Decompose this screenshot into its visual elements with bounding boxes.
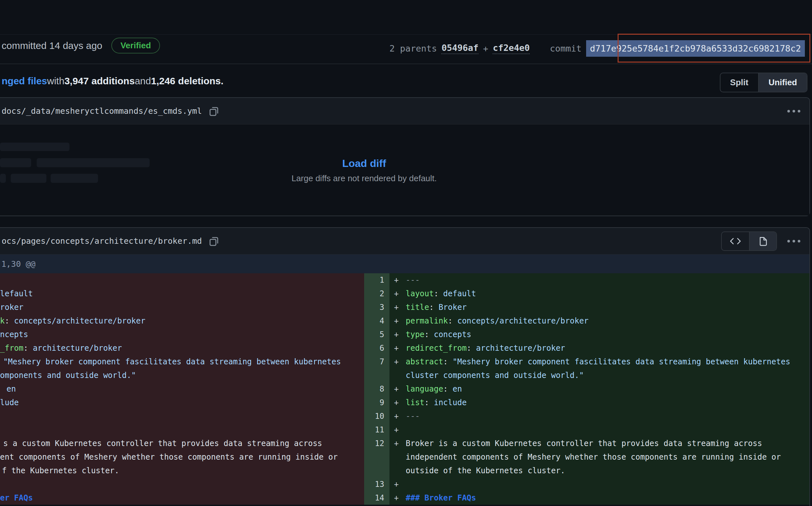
- code-segment: Broker is a custom Kubernetes controller…: [406, 437, 762, 450]
- parents-label: 2 parents: [390, 44, 437, 54]
- code-segment: :: [448, 314, 457, 328]
- diff-marker: +: [390, 382, 406, 396]
- diff-line-right: 14+### Broker FAQs: [364, 491, 809, 505]
- parent-commit-link-2[interactable]: cf2e4e0: [493, 43, 530, 54]
- source-view-button[interactable]: [722, 232, 749, 250]
- stats-additions: 3,947 additions: [64, 76, 135, 87]
- line-number[interactable]: 8: [364, 382, 390, 396]
- diff-stats-row: nged files with 3,947 additions and 1,24…: [0, 65, 812, 97]
- load-diff-link[interactable]: Load diff: [342, 158, 386, 170]
- code-segment: type: [406, 328, 424, 341]
- load-diff-note: Large diffs are not rendered by default.: [0, 173, 728, 183]
- code-segment: Broker: [438, 301, 467, 314]
- parent-commit-link-1[interactable]: 05496af: [442, 43, 478, 54]
- diff-line-right: 1+---: [364, 273, 809, 287]
- line-number[interactable]: 1: [364, 273, 390, 287]
- diff-line-right: 11+: [364, 423, 809, 437]
- line-number[interactable]: 13: [364, 478, 390, 491]
- code-segment: :: [467, 341, 476, 355]
- diff-line-left: "Meshery broker component fascilitates d…: [0, 355, 364, 368]
- code-segment: k: [0, 316, 5, 325]
- diff-marker: +: [390, 437, 406, 450]
- file-options-icon[interactable]: [787, 239, 801, 243]
- code-line: +layout: default: [390, 287, 809, 301]
- diff-marker: [390, 450, 406, 464]
- source-rich-toggle: [721, 232, 777, 251]
- file-path-1[interactable]: docs/_data/mesheryctlcommands/es_cmds.ym…: [2, 106, 202, 116]
- stats-with: with: [47, 76, 64, 87]
- code-segment: ---: [406, 273, 420, 287]
- copy-path-icon[interactable]: [209, 236, 219, 247]
- code-segment: ### Broker FAQs: [406, 491, 476, 505]
- code-line: outside of the Kubernetes cluster.: [390, 464, 809, 478]
- code-segment: :: [424, 328, 434, 341]
- diff-line-left: en: [0, 382, 364, 396]
- diff-marker: [390, 464, 406, 478]
- line-number: [364, 450, 390, 464]
- diff-line-left: _from: architecture/broker: [0, 341, 364, 355]
- code-segment: er FAQs: [0, 493, 33, 502]
- line-number[interactable]: 12: [364, 437, 390, 450]
- code-segment: concepts: [434, 328, 472, 341]
- line-number[interactable]: 10: [364, 409, 390, 423]
- line-number[interactable]: 11: [364, 423, 390, 437]
- code-segment: omponents and outside world.": [0, 371, 136, 380]
- commit-label: commit: [550, 44, 582, 54]
- diff-marker: +: [390, 314, 406, 328]
- diff-line-left: omponents and outside world.": [0, 368, 364, 382]
- code-segment: :: [424, 396, 434, 409]
- copy-path-icon[interactable]: [209, 106, 219, 117]
- code-segment: en: [6, 385, 16, 394]
- diff-line-left: [0, 273, 364, 287]
- rich-view-button[interactable]: [749, 232, 776, 250]
- code-segment: lude: [0, 398, 19, 407]
- line-number[interactable]: 6: [364, 341, 390, 355]
- diff-line-left: ent components of Meshery whether those …: [0, 450, 364, 464]
- code-segment: "Meshery broker component fascilitates d…: [453, 355, 790, 368]
- code-segment: roker: [0, 303, 23, 312]
- stats-deletions: 1,246 deletions.: [151, 76, 223, 87]
- diff-marker: +: [390, 491, 406, 505]
- line-number[interactable]: 9: [364, 396, 390, 409]
- commit-box-top-border: [0, 34, 812, 35]
- diff-line-left: s a custom Kubernetes controller that pr…: [0, 437, 364, 450]
- line-number[interactable]: 3: [364, 301, 390, 314]
- code-segment: layout: [406, 287, 434, 301]
- file-diff-card-2: ocs/pages/concepts/architecture/broker.m…: [0, 227, 810, 506]
- code-segment: _from: [0, 344, 23, 353]
- code-segment: title: [406, 301, 429, 314]
- file-header-2: ocs/pages/concepts/architecture/broker.m…: [0, 228, 809, 254]
- line-number[interactable]: 7: [364, 355, 390, 368]
- line-number[interactable]: 14: [364, 491, 390, 505]
- diff-line-left: lefault: [0, 287, 364, 301]
- changed-files-link[interactable]: nged files: [2, 76, 47, 87]
- line-number[interactable]: 2: [364, 287, 390, 301]
- code-segment: concepts/architecture/broker: [457, 314, 589, 328]
- line-number[interactable]: 4: [364, 314, 390, 328]
- code-segment: language: [406, 382, 443, 396]
- diff-line-right: 4+permalink: concepts/architecture/broke…: [364, 314, 809, 328]
- code-segment: :: [23, 344, 33, 353]
- code-segment: f the Kubernetes cluster.: [2, 466, 119, 475]
- diff-line-left: lude: [0, 396, 364, 409]
- code-line: +---: [390, 273, 809, 287]
- code-segment: ---: [406, 409, 420, 423]
- line-number[interactable]: 5: [364, 328, 390, 341]
- diff-marker: +: [390, 409, 406, 423]
- code-line: +: [390, 478, 809, 491]
- skeleton-bar: [0, 143, 69, 151]
- diff-right-column: 1+---2+layout: default3+title: Broker4+p…: [364, 273, 809, 505]
- hunk-header: 1,30 @@: [0, 254, 809, 273]
- unified-view-button[interactable]: Unified: [758, 73, 807, 92]
- file-path-2[interactable]: ocs/pages/concepts/architecture/broker.m…: [2, 236, 202, 246]
- code-line: +abstract: "Meshery broker component fas…: [390, 355, 809, 368]
- split-view-button[interactable]: Split: [721, 73, 758, 92]
- code-segment: s a custom Kubernetes controller that pr…: [3, 439, 322, 448]
- code-segment: ncepts: [0, 330, 28, 339]
- code-line: +redirect_from: architecture/broker: [390, 341, 809, 355]
- code-line: +permalink: concepts/architecture/broker: [390, 314, 809, 328]
- file-options-icon[interactable]: [787, 109, 801, 113]
- code-segment: concepts/architecture/broker: [14, 316, 145, 325]
- code-segment: list: [406, 396, 424, 409]
- verified-badge[interactable]: Verified: [111, 37, 160, 54]
